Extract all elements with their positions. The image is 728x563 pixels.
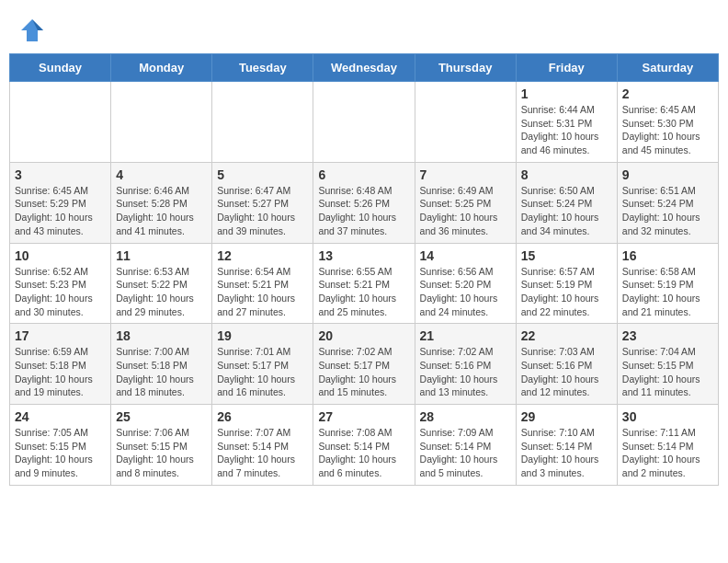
day-info: Sunrise: 7:11 AMSunset: 5:14 PMDaylight:… [622,426,713,480]
weekday-header: Thursday [415,54,516,82]
day-number: 4 [116,167,207,182]
calendar-week-row: 17Sunrise: 6:59 AMSunset: 5:18 PMDayligh… [10,324,719,405]
calendar-week-row: 3Sunrise: 6:45 AMSunset: 5:29 PMDaylight… [10,162,719,243]
calendar-cell: 19Sunrise: 7:01 AMSunset: 5:17 PMDayligh… [212,324,313,405]
calendar-cell: 1Sunrise: 6:44 AMSunset: 5:31 PMDaylight… [516,82,617,163]
day-number: 17 [15,328,106,343]
calendar-cell: 10Sunrise: 6:52 AMSunset: 5:23 PMDayligh… [10,243,111,324]
calendar-cell: 16Sunrise: 6:58 AMSunset: 5:19 PMDayligh… [617,243,718,324]
day-info: Sunrise: 7:06 AMSunset: 5:15 PMDaylight:… [116,426,207,480]
calendar-cell: 23Sunrise: 7:04 AMSunset: 5:15 PMDayligh… [617,324,718,405]
day-info: Sunrise: 7:10 AMSunset: 5:14 PMDaylight:… [521,426,612,480]
day-number: 19 [217,328,308,343]
day-info: Sunrise: 6:48 AMSunset: 5:26 PMDaylight:… [318,184,409,238]
day-info: Sunrise: 7:04 AMSunset: 5:15 PMDaylight:… [622,345,713,399]
calendar-cell [212,82,313,163]
calendar-cell: 22Sunrise: 7:03 AMSunset: 5:16 PMDayligh… [516,324,617,405]
calendar-cell: 21Sunrise: 7:02 AMSunset: 5:16 PMDayligh… [415,324,516,405]
day-number: 23 [622,328,713,343]
logo [18,17,51,44]
day-info: Sunrise: 6:53 AMSunset: 5:22 PMDaylight:… [116,265,207,319]
calendar-cell: 24Sunrise: 7:05 AMSunset: 5:15 PMDayligh… [10,405,111,486]
page-header [0,0,728,53]
calendar-week-row: 24Sunrise: 7:05 AMSunset: 5:15 PMDayligh… [10,405,719,486]
calendar-cell: 15Sunrise: 6:57 AMSunset: 5:19 PMDayligh… [516,243,617,324]
calendar-cell: 25Sunrise: 7:06 AMSunset: 5:15 PMDayligh… [111,405,212,486]
day-number: 21 [420,328,511,343]
day-info: Sunrise: 6:52 AMSunset: 5:23 PMDaylight:… [15,265,106,319]
day-number: 16 [622,248,713,263]
calendar-cell: 28Sunrise: 7:09 AMSunset: 5:14 PMDayligh… [415,405,516,486]
calendar-cell: 18Sunrise: 7:00 AMSunset: 5:18 PMDayligh… [111,324,212,405]
day-number: 22 [521,328,612,343]
calendar-cell: 12Sunrise: 6:54 AMSunset: 5:21 PMDayligh… [212,243,313,324]
day-number: 6 [318,167,409,182]
day-info: Sunrise: 6:47 AMSunset: 5:27 PMDaylight:… [217,184,308,238]
day-info: Sunrise: 7:03 AMSunset: 5:16 PMDaylight:… [521,345,612,399]
day-info: Sunrise: 6:45 AMSunset: 5:30 PMDaylight:… [622,103,713,157]
day-number: 18 [116,328,207,343]
day-info: Sunrise: 7:02 AMSunset: 5:16 PMDaylight:… [420,345,511,399]
day-number: 27 [318,409,409,424]
weekday-header: Saturday [617,54,718,82]
day-info: Sunrise: 6:51 AMSunset: 5:24 PMDaylight:… [622,184,713,238]
day-number: 12 [217,248,308,263]
day-info: Sunrise: 6:46 AMSunset: 5:28 PMDaylight:… [116,184,207,238]
day-number: 14 [420,248,511,263]
day-number: 3 [15,167,106,182]
calendar-cell: 2Sunrise: 6:45 AMSunset: 5:30 PMDaylight… [617,82,718,163]
calendar-cell: 6Sunrise: 6:48 AMSunset: 5:26 PMDaylight… [313,162,415,243]
calendar-week-row: 10Sunrise: 6:52 AMSunset: 5:23 PMDayligh… [10,243,719,324]
day-number: 26 [217,409,308,424]
day-info: Sunrise: 6:58 AMSunset: 5:19 PMDaylight:… [622,265,713,319]
calendar-week-row: 1Sunrise: 6:44 AMSunset: 5:31 PMDaylight… [10,82,719,163]
weekday-header: Monday [111,54,212,82]
weekday-header-row: SundayMondayTuesdayWednesdayThursdayFrid… [10,54,719,82]
day-number: 1 [521,86,612,101]
calendar-cell: 20Sunrise: 7:02 AMSunset: 5:17 PMDayligh… [313,324,415,405]
calendar-cell: 8Sunrise: 6:50 AMSunset: 5:24 PMDaylight… [516,162,617,243]
day-number: 8 [521,167,612,182]
day-info: Sunrise: 7:07 AMSunset: 5:14 PMDaylight:… [217,426,308,480]
weekday-header: Friday [516,54,617,82]
weekday-header: Sunday [10,54,111,82]
day-number: 24 [15,409,106,424]
day-info: Sunrise: 6:54 AMSunset: 5:21 PMDaylight:… [217,265,308,319]
calendar-cell: 9Sunrise: 6:51 AMSunset: 5:24 PMDaylight… [617,162,718,243]
day-number: 5 [217,167,308,182]
calendar-cell: 7Sunrise: 6:49 AMSunset: 5:25 PMDaylight… [415,162,516,243]
day-info: Sunrise: 7:00 AMSunset: 5:18 PMDaylight:… [116,345,207,399]
day-info: Sunrise: 6:57 AMSunset: 5:19 PMDaylight:… [521,265,612,319]
day-info: Sunrise: 7:08 AMSunset: 5:14 PMDaylight:… [318,426,409,480]
day-number: 13 [318,248,409,263]
day-info: Sunrise: 7:05 AMSunset: 5:15 PMDaylight:… [15,426,106,480]
day-number: 20 [318,328,409,343]
calendar-cell: 17Sunrise: 6:59 AMSunset: 5:18 PMDayligh… [10,324,111,405]
day-number: 9 [622,167,713,182]
day-number: 28 [420,409,511,424]
calendar-cell [10,82,111,163]
weekday-header: Wednesday [313,54,415,82]
day-info: Sunrise: 6:49 AMSunset: 5:25 PMDaylight:… [420,184,511,238]
day-info: Sunrise: 6:44 AMSunset: 5:31 PMDaylight:… [521,103,612,157]
calendar-cell [313,82,415,163]
calendar-cell: 26Sunrise: 7:07 AMSunset: 5:14 PMDayligh… [212,405,313,486]
calendar-cell: 14Sunrise: 6:56 AMSunset: 5:20 PMDayligh… [415,243,516,324]
day-info: Sunrise: 7:02 AMSunset: 5:17 PMDaylight:… [318,345,409,399]
day-info: Sunrise: 7:01 AMSunset: 5:17 PMDaylight:… [217,345,308,399]
logo-icon [18,17,46,44]
day-number: 29 [521,409,612,424]
day-number: 7 [420,167,511,182]
day-info: Sunrise: 6:56 AMSunset: 5:20 PMDaylight:… [420,265,511,319]
day-number: 11 [116,248,207,263]
calendar-cell: 4Sunrise: 6:46 AMSunset: 5:28 PMDaylight… [111,162,212,243]
day-number: 15 [521,248,612,263]
day-number: 30 [622,409,713,424]
calendar-cell: 5Sunrise: 6:47 AMSunset: 5:27 PMDaylight… [212,162,313,243]
calendar-cell: 3Sunrise: 6:45 AMSunset: 5:29 PMDaylight… [10,162,111,243]
calendar-cell [111,82,212,163]
calendar: SundayMondayTuesdayWednesdayThursdayFrid… [0,53,728,495]
weekday-header: Tuesday [212,54,313,82]
day-info: Sunrise: 6:59 AMSunset: 5:18 PMDaylight:… [15,345,106,399]
calendar-cell: 30Sunrise: 7:11 AMSunset: 5:14 PMDayligh… [617,405,718,486]
